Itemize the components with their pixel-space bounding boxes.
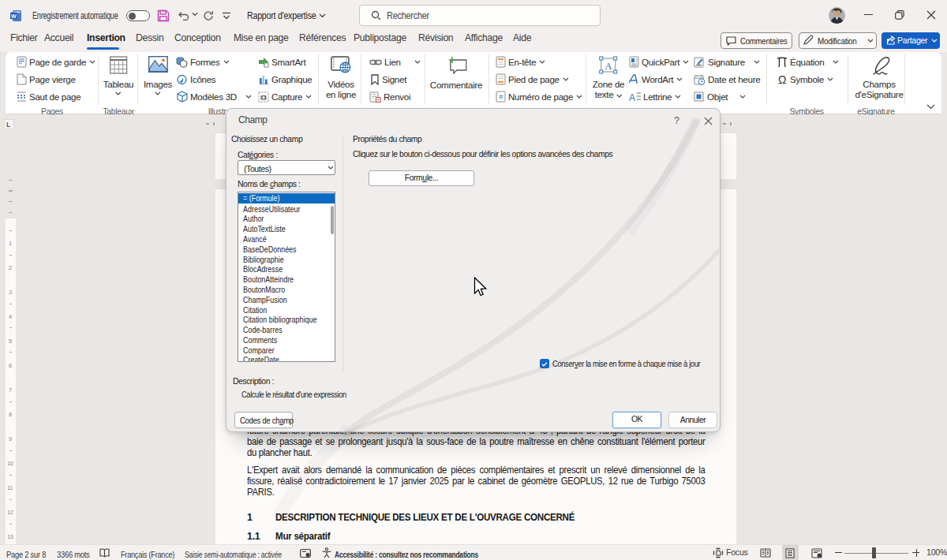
svg-text:A: A [605,60,612,72]
svg-text:A: A [629,92,635,103]
svg-text:W: W [11,13,17,19]
svg-text:#: # [499,93,503,101]
